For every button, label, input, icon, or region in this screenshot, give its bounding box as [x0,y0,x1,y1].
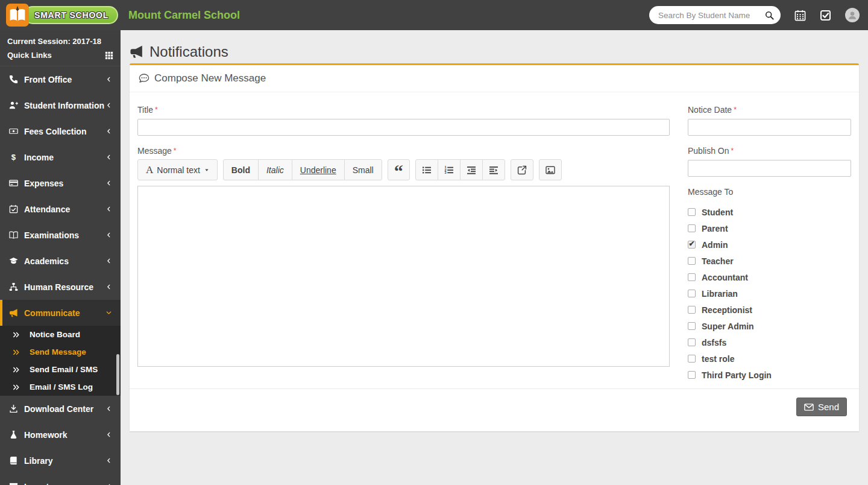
publish-on-label: Publish On* [688,145,851,156]
sidebar-nav: Front OfficeStudent InformationFees Coll… [0,66,121,485]
notice-date-input[interactable] [688,119,851,136]
checked-checkbox[interactable] [688,241,696,249]
quote-icon: “ [394,169,403,177]
sidebar-item-inventory[interactable]: Inventory [0,474,121,485]
app-logo[interactable]: SMART SCHOOL [0,4,121,27]
image-icon [546,165,555,175]
sidebar-item-attendance[interactable]: Attendance [0,196,121,222]
role-checkbox-librarian[interactable]: Librarian [688,285,851,302]
quick-links-label: Quick Links [7,49,52,62]
role-checkbox-admin[interactable]: Admin [688,236,851,253]
sidebar-subitem-send-message[interactable]: Send Message [0,343,121,361]
unchecked-checkbox[interactable] [688,224,696,232]
sidebar-subitem-send-email-sms[interactable]: Send Email / SMS [0,361,121,378]
search-icon[interactable] [765,11,774,20]
avatar[interactable] [845,8,860,22]
sidebar-item-expenses[interactable]: Expenses [0,170,121,196]
publish-on-input[interactable] [688,160,851,177]
toolbar-group: “ [388,159,410,180]
sidebar-item-library[interactable]: Library [0,448,121,474]
quick-links[interactable]: Quick Links [7,49,113,62]
quote-button[interactable]: “ [388,159,410,180]
role-checkbox-super-admin[interactable]: Super Admin [688,318,851,334]
student-information-icon [8,101,19,110]
list-ul-button[interactable] [415,159,438,180]
expenses-icon [8,179,19,188]
toolbar-group: 123 [415,159,505,180]
fees-collection-icon [8,127,19,136]
caret-down-icon [204,168,209,173]
student-search [649,6,781,24]
envelope-icon [804,402,814,412]
search-input[interactable] [658,11,765,20]
indent-button[interactable] [482,159,505,180]
chevron-left-icon [105,405,112,412]
session-block: Current Session: 2017-18 Quick Links [0,30,121,66]
message-label: Message* [137,145,670,156]
role-checkbox-teacher[interactable]: Teacher [688,253,851,269]
role-checkbox-accountant[interactable]: Accountant [688,269,851,285]
style-dropdown-label: Normal text [157,165,200,175]
sidebar-item-human-resource[interactable]: Human Resource [0,274,121,300]
sidebar-item-student-information[interactable]: Student Information [0,92,121,118]
sidebar-subitem-email-sms-log[interactable]: Email / SMS Log [0,378,121,396]
role-checkbox-test-role[interactable]: test role [688,350,851,367]
sidebar-item-fees-collection[interactable]: Fees Collection [0,118,121,144]
sidebar-item-income[interactable]: $Income [0,144,121,170]
italic-button[interactable]: Italic [258,159,292,180]
send-button[interactable]: Send [796,398,847,416]
unchecked-checkbox[interactable] [688,273,696,281]
card-footer: Send [130,388,859,431]
sidebar-subitem-notice-board[interactable]: Notice Board [0,326,121,343]
topbar-actions [649,6,868,24]
unchecked-checkbox[interactable] [688,257,696,265]
sidebar-item-download-center[interactable]: Download Center [0,396,121,422]
chevron-left-icon [105,206,112,212]
toolbar-group [539,159,562,180]
role-checkbox-parent[interactable]: Parent [688,220,851,236]
compose-right-column: Notice Date* Publish On* Message To Stud… [688,100,851,383]
tasks-icon[interactable] [820,10,831,21]
sidebar-item-communicate[interactable]: Communicate [0,300,121,326]
format-group: BoldItalicUnderlineSmall [223,159,382,180]
small-button[interactable]: Small [344,159,382,180]
image-button[interactable] [539,159,562,180]
card-title: Compose New Message [154,72,266,84]
role-checkbox-third-party-login[interactable]: Third Party Login [688,367,851,383]
sidebar-item-front-office[interactable]: Front Office [0,66,121,92]
share-button[interactable] [511,159,533,180]
bold-button[interactable]: Bold [223,159,259,180]
page-title-text: Notifications [149,43,228,60]
page-title: Notifications [121,30,868,63]
unchecked-checkbox[interactable] [688,208,696,216]
unchecked-checkbox[interactable] [688,306,696,314]
role-checkbox-dsfsfs[interactable]: dsfsfs [688,334,851,350]
unchecked-checkbox[interactable] [688,355,696,363]
required-mark: * [155,106,158,114]
outdent-button[interactable] [460,159,483,180]
style-dropdown-button[interactable]: A Normal text [137,159,218,180]
attendance-icon [8,204,19,214]
roles-list: StudentParentAdminTeacherAccountantLibra… [688,204,851,383]
outdent-icon [467,165,476,175]
unchecked-checkbox[interactable] [688,338,696,346]
send-button-label: Send [818,402,839,412]
calendar-icon[interactable] [794,10,806,21]
sidebar-item-academics[interactable]: Academics [0,248,121,274]
chevron-left-icon [105,102,112,109]
role-checkbox-student[interactable]: Student [688,204,851,220]
double-angle-icon [13,366,20,373]
list-ol-button[interactable]: 123 [438,159,461,180]
message-editor[interactable] [137,186,670,367]
underline-button[interactable]: Underline [292,159,345,180]
role-checkbox-receptionist[interactable]: Receptionist [688,302,851,318]
sidebar-item-homework[interactable]: Homework [0,422,121,448]
sidebar-scrollbar[interactable] [116,354,119,395]
unchecked-checkbox[interactable] [688,371,696,379]
sidebar-item-examinations[interactable]: Examinations [0,222,121,248]
unchecked-checkbox[interactable] [688,322,696,330]
title-input[interactable] [137,119,670,136]
library-icon [8,456,19,465]
chevron-left-icon [105,431,112,438]
unchecked-checkbox[interactable] [688,290,696,297]
